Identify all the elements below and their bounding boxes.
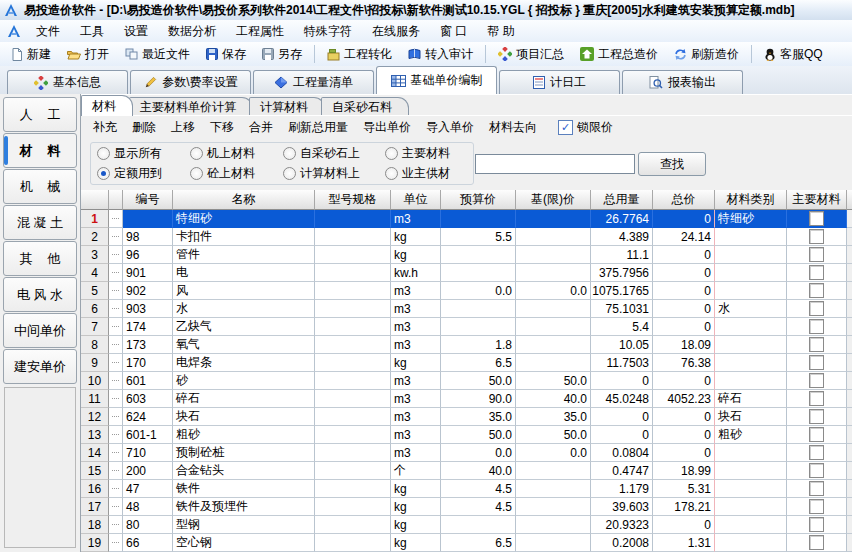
row-number[interactable]: 6 bbox=[81, 300, 109, 318]
action-button-补充[interactable]: 补充 bbox=[93, 119, 117, 136]
sidebar-item-建安单价[interactable]: 建安单价 bbox=[3, 349, 77, 384]
table-row[interactable]: 1647铁件kg4.51.1795.31 bbox=[81, 480, 852, 498]
row-number[interactable]: 17 bbox=[81, 498, 109, 516]
toolbar-button-刷新造价[interactable]: 刷新造价 bbox=[666, 43, 747, 66]
row-number[interactable]: 13 bbox=[81, 426, 109, 444]
row-number[interactable]: 10 bbox=[81, 372, 109, 390]
row-number[interactable]: 14 bbox=[81, 444, 109, 462]
table-row[interactable]: 7174乙炔气m35.40 bbox=[81, 318, 852, 336]
lock-price-toggle[interactable]: ✓锁限价 bbox=[558, 119, 613, 136]
row-number[interactable]: 16 bbox=[81, 480, 109, 498]
table-row[interactable]: 4901电kw.h375.79560 bbox=[81, 264, 852, 282]
sidebar-item-其他[interactable]: 其 他 bbox=[3, 241, 77, 276]
subtab-材料[interactable]: 材料 bbox=[81, 95, 133, 116]
subtab-主要材料单价计算[interactable]: 主要材料单价计算 bbox=[129, 97, 253, 116]
row-number[interactable]: 9 bbox=[81, 354, 109, 372]
major-material-checkbox[interactable] bbox=[809, 481, 824, 496]
table-row[interactable]: 1特细砂m326.77640特细砂 bbox=[81, 210, 852, 228]
table-row[interactable]: 6903水m375.10310水 bbox=[81, 300, 852, 318]
major-material-checkbox[interactable] bbox=[809, 301, 824, 316]
filter-radio-主要材料[interactable]: 主要材料 bbox=[385, 145, 469, 162]
subtab-自采砂石料[interactable]: 自采砂石料 bbox=[321, 97, 409, 116]
tab-工程量清单[interactable]: 工程量清单 bbox=[253, 70, 374, 94]
major-material-checkbox[interactable] bbox=[809, 499, 824, 514]
sidebar-item-混凝土[interactable]: 混 凝 土 bbox=[3, 205, 77, 240]
tab-报表输出[interactable]: 报表输出 bbox=[622, 70, 743, 94]
major-material-checkbox[interactable] bbox=[809, 355, 824, 370]
row-number[interactable]: 19 bbox=[81, 534, 109, 552]
table-row[interactable]: 12624块石m335.035.000块石 bbox=[81, 408, 852, 426]
major-material-checkbox[interactable] bbox=[809, 373, 824, 388]
major-material-checkbox[interactable] bbox=[809, 337, 824, 352]
search-input[interactable] bbox=[475, 154, 635, 174]
major-material-checkbox[interactable] bbox=[809, 427, 824, 442]
table-row[interactable]: 298卡扣件kg5.54.38924.14 bbox=[81, 228, 852, 246]
table-row[interactable]: 13601-1粗砂m350.050.000粗砂 bbox=[81, 426, 852, 444]
menu-item-设置[interactable]: 设置 bbox=[114, 21, 158, 42]
major-material-checkbox[interactable] bbox=[809, 247, 824, 262]
row-number[interactable]: 5 bbox=[81, 282, 109, 300]
search-button[interactable]: 查找 bbox=[638, 152, 706, 176]
subtab-计算材料[interactable]: 计算材料 bbox=[249, 97, 325, 116]
menu-item-文件[interactable]: 文件 bbox=[26, 21, 70, 42]
action-button-刷新总用量[interactable]: 刷新总用量 bbox=[288, 119, 348, 136]
row-number[interactable]: 4 bbox=[81, 264, 109, 282]
filter-radio-业主供材[interactable]: 业主供材 bbox=[385, 165, 469, 182]
table-row[interactable]: 15200合金钻头个40.00.474718.99 bbox=[81, 462, 852, 480]
row-number[interactable]: 2 bbox=[81, 228, 109, 246]
filter-radio-显示所有[interactable]: 显示所有 bbox=[97, 145, 190, 162]
toolbar-button-最近文件[interactable]: 最近文件 bbox=[117, 43, 198, 66]
toolbar-button-项目汇总[interactable]: 项目汇总 bbox=[490, 43, 572, 66]
filter-radio-计算材料上[interactable]: 计算材料上 bbox=[283, 165, 385, 182]
row-number[interactable]: 15 bbox=[81, 462, 109, 480]
row-number[interactable]: 18 bbox=[81, 516, 109, 534]
major-material-checkbox[interactable] bbox=[809, 391, 824, 406]
tab-基础单价编制[interactable]: 基础单价编制 bbox=[376, 66, 497, 94]
toolbar-button-另存[interactable]: 另存 bbox=[254, 43, 310, 66]
major-material-checkbox[interactable] bbox=[809, 445, 824, 460]
table-row[interactable]: 1880型钢kg20.93230 bbox=[81, 516, 852, 534]
tab-计日工[interactable]: 计日工 bbox=[499, 70, 620, 94]
action-button-下移[interactable]: 下移 bbox=[210, 119, 234, 136]
toolbar-button-工程转化[interactable]: 工程转化 bbox=[319, 43, 400, 66]
major-material-checkbox[interactable] bbox=[809, 319, 824, 334]
table-row[interactable]: 8173氧气m31.810.0518.09 bbox=[81, 336, 852, 354]
action-button-删除[interactable]: 删除 bbox=[132, 119, 156, 136]
table-row[interactable]: 14710预制砼桩m30.00.00.08040 bbox=[81, 444, 852, 462]
action-button-合并[interactable]: 合并 bbox=[249, 119, 273, 136]
major-material-checkbox[interactable] bbox=[809, 265, 824, 280]
row-number[interactable]: 12 bbox=[81, 408, 109, 426]
row-number[interactable]: 11 bbox=[81, 390, 109, 408]
table-row[interactable]: 396管件kg11.10 bbox=[81, 246, 852, 264]
toolbar-button-打开[interactable]: 打开 bbox=[59, 43, 117, 66]
menu-item-工程属性[interactable]: 工程属性 bbox=[226, 21, 294, 42]
major-material-checkbox[interactable] bbox=[809, 409, 824, 424]
table-row[interactable]: 5902风m30.00.01075.17650 bbox=[81, 282, 852, 300]
filter-radio-砼上材料[interactable]: 砼上材料 bbox=[190, 165, 283, 182]
table-row[interactable]: 1966空心钢kg6.50.20081.31 bbox=[81, 534, 852, 552]
action-button-导出单价[interactable]: 导出单价 bbox=[363, 119, 411, 136]
toolbar-button-保存[interactable]: 保存 bbox=[198, 43, 254, 66]
tab-参数\费率设置[interactable]: 参数\费率设置 bbox=[130, 70, 251, 94]
toolbar-button-工程总造价[interactable]: 工程总造价 bbox=[572, 43, 666, 66]
menu-item-工具[interactable]: 工具 bbox=[70, 21, 114, 42]
action-button-导入单价[interactable]: 导入单价 bbox=[426, 119, 474, 136]
major-material-checkbox[interactable] bbox=[809, 535, 824, 550]
row-number[interactable]: 7 bbox=[81, 318, 109, 336]
menu-item-特殊字符[interactable]: 特殊字符 bbox=[294, 21, 362, 42]
action-button-上移[interactable]: 上移 bbox=[171, 119, 195, 136]
filter-radio-机上材料[interactable]: 机上材料 bbox=[190, 145, 283, 162]
toolbar-button-新建[interactable]: 新建 bbox=[4, 43, 59, 66]
action-button-材料去向[interactable]: 材料去向 bbox=[489, 119, 537, 136]
table-row[interactable]: 10601砂m350.050.000 bbox=[81, 372, 852, 390]
sidebar-item-中间单价[interactable]: 中间单价 bbox=[3, 313, 77, 348]
sidebar-item-材料[interactable]: 材 料 bbox=[3, 133, 77, 168]
menu-item-数据分析[interactable]: 数据分析 bbox=[158, 21, 226, 42]
toolbar-button-客服QQ[interactable]: 客服QQ bbox=[756, 43, 831, 66]
tab-基本信息[interactable]: 基本信息 bbox=[7, 70, 128, 94]
toolbar-button-转入审计[interactable]: 转入审计 bbox=[400, 43, 481, 66]
sidebar-item-机械[interactable]: 机 械 bbox=[3, 169, 77, 204]
table-row[interactable]: 1748铁件及预埋件kg4.539.603178.21 bbox=[81, 498, 852, 516]
menu-item-在线服务[interactable]: 在线服务 bbox=[362, 21, 430, 42]
major-material-checkbox[interactable] bbox=[809, 283, 824, 298]
